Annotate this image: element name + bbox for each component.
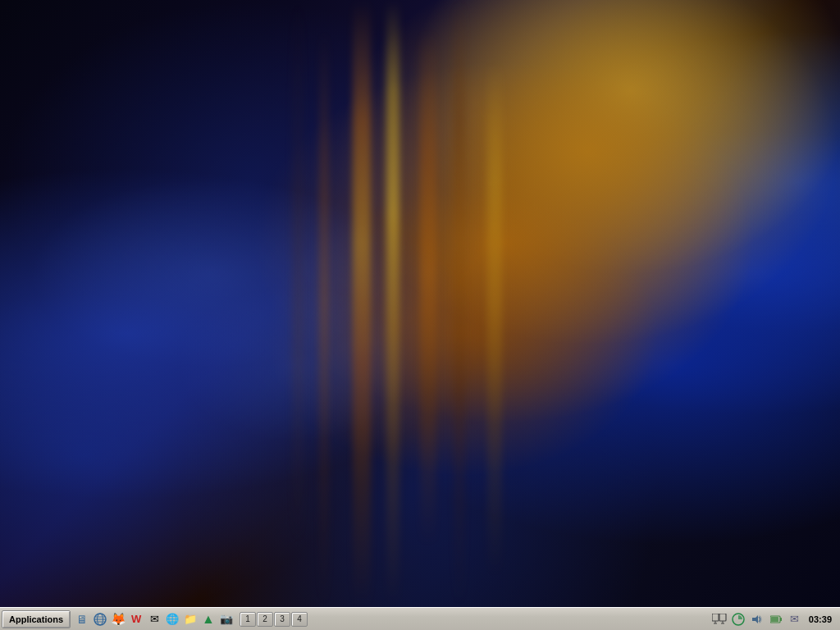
- taskbar: Applications 🖥 🦊 W ✉ 🌐 📁 ▲ 📷: [0, 607, 840, 630]
- workspace-3-button[interactable]: 3: [274, 612, 290, 627]
- wallpaper: [0, 0, 840, 607]
- applications-button[interactable]: Applications: [2, 610, 71, 628]
- system-monitor-tray-icon[interactable]: [730, 611, 746, 628]
- battery-tray-icon[interactable]: [768, 611, 784, 628]
- desktop: Applications 🖥 🦊 W ✉ 🌐 📁 ▲ 📷: [0, 0, 840, 630]
- svg-marker-12: [752, 615, 758, 623]
- svg-rect-14: [780, 618, 782, 621]
- workspace-1-button[interactable]: 1: [240, 612, 256, 627]
- volume-tray-icon[interactable]: [749, 611, 765, 628]
- display-tray-icon[interactable]: [711, 611, 728, 628]
- show-desktop-icon[interactable]: 🖥: [74, 611, 90, 628]
- system-tray: ✉ 03:39: [711, 611, 838, 628]
- files-icon[interactable]: 📁: [182, 611, 199, 628]
- update-icon[interactable]: ▲: [200, 611, 217, 628]
- workspace-4-button[interactable]: 4: [291, 612, 308, 627]
- firefox-icon[interactable]: 🦊: [110, 611, 126, 628]
- browser-icon[interactable]: [92, 611, 108, 628]
- network-manager-icon[interactable]: 🌐: [164, 611, 180, 628]
- mail-tray-icon[interactable]: ✉: [787, 611, 803, 628]
- applications-label: Applications: [9, 614, 63, 624]
- office-icon[interactable]: W: [128, 611, 144, 628]
- email-quicklaunch-icon[interactable]: ✉: [146, 611, 162, 628]
- svg-rect-5: [712, 614, 719, 621]
- svg-rect-15: [771, 617, 778, 622]
- screenshot-quicklaunch-icon[interactable]: 📷: [218, 611, 235, 628]
- taskbar-quick-launch: 🖥 🦊 W ✉ 🌐 📁 ▲ 📷: [74, 611, 235, 628]
- svg-rect-6: [719, 614, 726, 621]
- workspace-switcher: 1 2 3 4: [240, 612, 308, 627]
- clock-display[interactable]: 03:39: [806, 614, 835, 624]
- workspace-2-button[interactable]: 2: [257, 612, 273, 627]
